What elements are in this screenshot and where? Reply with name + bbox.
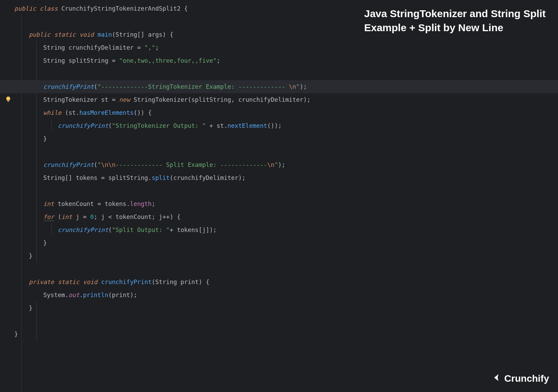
var-tokencount: tokenCount bbox=[116, 214, 151, 220]
kw-int: int bbox=[61, 214, 72, 220]
code-editor: public class CrunchifyStringTokenizerAnd… bbox=[0, 2, 558, 341]
call-hasmoreelements: hasMoreElements bbox=[80, 110, 134, 116]
kw-new: new bbox=[119, 97, 130, 103]
num-zero: 0 bbox=[90, 214, 94, 220]
overlay-title-line1: Java StringTokenizer and String Split bbox=[364, 7, 546, 21]
var-splitstring: splitString bbox=[69, 58, 108, 64]
code-line: while (st.hasMoreElements()) { bbox=[0, 106, 558, 119]
type-string: String bbox=[116, 32, 137, 38]
code-line: int tokenCount = tokens.length; bbox=[0, 197, 558, 210]
var-j: j bbox=[101, 214, 105, 220]
code-line bbox=[0, 67, 558, 80]
var-j: j bbox=[76, 214, 80, 220]
call-nextelement: nextElement bbox=[228, 123, 267, 129]
brand-logo-icon bbox=[491, 372, 501, 384]
class-name: CrunchifyStringTokenizerAndSplit2 bbox=[61, 5, 181, 12]
code-line: String[] tokens = splitString.split(crun… bbox=[0, 171, 558, 184]
code-line-highlighted: crunchifyPrint("-------------StringToken… bbox=[0, 80, 558, 93]
call-split: split bbox=[151, 175, 170, 181]
type-string: String bbox=[43, 175, 65, 181]
ctor-stringtokenizer: StringTokenizer bbox=[134, 97, 188, 103]
var-st: st bbox=[101, 97, 108, 103]
code-line: } bbox=[0, 328, 558, 341]
var-st: st bbox=[69, 110, 76, 116]
kw-public: public bbox=[29, 32, 50, 38]
type-stringtokenizer: StringTokenizer bbox=[43, 97, 97, 103]
var-tokens: tokens bbox=[105, 201, 126, 207]
arg-splitstring: splitString bbox=[191, 97, 231, 103]
call-crunchifyprint: crunchifyPrint bbox=[58, 227, 108, 233]
arg-delimiter: crunchifyDelimiter bbox=[238, 97, 303, 103]
call-crunchifyprint: crunchifyPrint bbox=[43, 162, 94, 168]
param-args: args bbox=[148, 32, 162, 38]
lightbulb-icon[interactable] bbox=[5, 83, 12, 90]
var-delimiter: crunchifyDelimiter bbox=[69, 45, 134, 51]
kw-static: static bbox=[54, 32, 76, 38]
code-line: } bbox=[0, 132, 558, 145]
code-line bbox=[0, 262, 558, 275]
field-out: out bbox=[69, 292, 80, 298]
str-delimiter: "," bbox=[144, 45, 155, 51]
code-line: private static void crunchifyPrint(Strin… bbox=[0, 275, 558, 289]
var-j: j bbox=[202, 227, 206, 233]
code-line: StringTokenizer st = new StringTokenizer… bbox=[0, 93, 558, 106]
var-st: st bbox=[217, 123, 224, 129]
brand-name: Crunchify bbox=[504, 373, 549, 383]
str-header1: "-------------StringTokenizer Example: -… bbox=[97, 84, 300, 90]
type-string: String bbox=[43, 45, 65, 51]
overlay-title: Java StringTokenizer and String Split Ex… bbox=[364, 7, 546, 35]
type-string: String bbox=[155, 279, 177, 285]
code-line bbox=[0, 145, 558, 158]
brand-watermark: Crunchify bbox=[491, 372, 549, 384]
str-splitstring: "one,two,,three,four,,five" bbox=[119, 58, 217, 64]
overlay-title-line2: Example + Split by New Line bbox=[364, 21, 546, 35]
method-main: main bbox=[97, 32, 112, 38]
code-line bbox=[0, 184, 558, 197]
arg-delimiter: crunchifyDelimiter bbox=[173, 175, 239, 181]
type-string: String bbox=[43, 58, 65, 64]
code-line: System.out.println(print); bbox=[0, 289, 558, 302]
code-line: } bbox=[0, 236, 558, 249]
code-line: crunchifyPrint("StringTokenizer Output: … bbox=[0, 119, 558, 132]
str-header2: "\n\n------------- Split Example: ------… bbox=[97, 162, 278, 168]
kw-while: while bbox=[43, 110, 61, 116]
var-j: j bbox=[159, 214, 163, 220]
var-splitstring: splitString bbox=[108, 175, 148, 181]
kw-for: for bbox=[43, 214, 54, 220]
kw-static: static bbox=[58, 279, 79, 285]
call-crunchifyprint: crunchifyPrint bbox=[58, 123, 108, 129]
var-tokens: tokens bbox=[76, 175, 97, 181]
code-line: } bbox=[0, 249, 558, 262]
arg-print: print bbox=[112, 292, 130, 298]
var-tokens: tokens bbox=[177, 227, 198, 233]
str-output1: "StringTokenizer Output: " bbox=[112, 123, 206, 129]
kw-public: public bbox=[14, 5, 36, 12]
field-length: length bbox=[130, 201, 151, 207]
code-line: crunchifyPrint("\n\n------------- Split … bbox=[0, 158, 558, 171]
methoddef-crunchifyprint: crunchifyPrint bbox=[101, 279, 152, 285]
code-line: for (int j = 0; j < tokenCount; j++) { bbox=[0, 210, 558, 223]
kw-void: void bbox=[83, 279, 97, 285]
code-line: } bbox=[0, 302, 558, 315]
code-line bbox=[0, 315, 558, 328]
call-println: println bbox=[83, 292, 108, 298]
code-line: String splitString = "one,two,,three,fou… bbox=[0, 54, 558, 67]
var-tokencount: tokenCount bbox=[58, 201, 94, 207]
str-output2: "Split Output: " bbox=[112, 227, 170, 233]
call-crunchifyprint: crunchifyPrint bbox=[43, 84, 94, 90]
kw-int: int bbox=[43, 201, 54, 207]
kw-class: class bbox=[40, 5, 58, 12]
param-print: print bbox=[181, 279, 199, 285]
kw-void: void bbox=[80, 32, 94, 38]
code-line: String crunchifyDelimiter = ","; bbox=[0, 41, 558, 54]
code-line: crunchifyPrint("Split Output: "+ tokens[… bbox=[0, 223, 558, 236]
kw-private: private bbox=[29, 279, 54, 285]
class-system: System bbox=[43, 292, 65, 298]
